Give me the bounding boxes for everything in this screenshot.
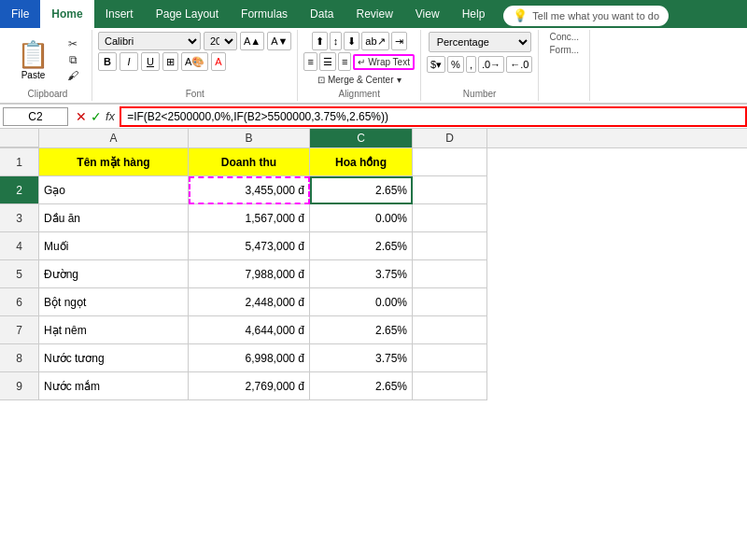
align-center-button[interactable]: ☰	[319, 52, 336, 71]
tab-data[interactable]: Data	[299, 0, 345, 28]
tab-formulas[interactable]: Formulas	[230, 0, 299, 28]
tab-home[interactable]: Home	[40, 0, 93, 28]
comma-button[interactable]: ,	[466, 56, 476, 73]
currency-button[interactable]: $▾	[427, 56, 445, 73]
cell-a3[interactable]: Dầu ăn	[39, 204, 189, 232]
cell-c1[interactable]: Hoa hồng	[310, 148, 413, 176]
cell-a4[interactable]: Muối	[39, 232, 189, 260]
cell-a8[interactable]: Nước tương	[39, 344, 189, 372]
cell-b5[interactable]: 7,988,000 đ	[189, 260, 310, 288]
column-headers: A B C D	[0, 129, 747, 148]
tab-view[interactable]: View	[404, 0, 451, 28]
align-right-button[interactable]: ≡	[338, 52, 351, 71]
cell-d3[interactable]	[413, 204, 487, 232]
col-header-c[interactable]: C	[310, 129, 413, 147]
wrap-text-button[interactable]: ↵ Wrap Text	[353, 54, 415, 70]
cell-b2[interactable]: 3,455,000 đ	[189, 176, 310, 204]
insert-function-icon[interactable]: fx	[106, 109, 115, 123]
cell-d2[interactable]	[413, 176, 487, 204]
align-left-button[interactable]: ≡	[303, 52, 317, 71]
underline-button[interactable]: U	[141, 52, 160, 71]
cell-a9[interactable]: Nước mắm	[39, 372, 189, 400]
cell-d6[interactable]	[413, 288, 487, 316]
tab-review[interactable]: Review	[345, 0, 403, 28]
font-name-select[interactable]: Calibri	[98, 32, 201, 50]
align-top-button[interactable]: ⬆	[312, 32, 328, 50]
align-bottom-button[interactable]: ⬇	[344, 32, 359, 50]
table-row: 2 Gạo 3,455,000 đ 2.65%	[0, 176, 747, 204]
number-format-select[interactable]: Percentage	[429, 32, 531, 52]
table-row: 5 Đường 7,988,000 đ 3.75%	[0, 260, 747, 288]
cell-d1[interactable]	[413, 148, 487, 176]
cell-d9[interactable]	[413, 372, 487, 400]
cell-c4[interactable]: 2.65%	[310, 232, 413, 260]
paste-button[interactable]: 📋 Paste	[9, 37, 57, 82]
confirm-formula-icon[interactable]: ✓	[91, 109, 102, 124]
tab-help[interactable]: Help	[451, 0, 497, 28]
format-label: Form...	[549, 45, 579, 55]
formula-input[interactable]: =IF(B2<2500000,0%,IF(B2>5500000,3.75%,2.…	[120, 106, 747, 127]
font-color-button[interactable]: A	[211, 52, 225, 71]
italic-button[interactable]: I	[120, 52, 138, 71]
col-header-d[interactable]: D	[413, 129, 487, 147]
merge-dropdown-icon: ▾	[397, 75, 402, 85]
cell-c2[interactable]: 2.65%	[310, 176, 413, 204]
font-size-select[interactable]: 20	[204, 32, 237, 50]
format-painter-button[interactable]: 🖌	[60, 68, 86, 83]
cell-a5[interactable]: Đường	[39, 260, 189, 288]
paste-label: Paste	[21, 70, 46, 80]
cell-b7[interactable]: 4,644,000 đ	[189, 316, 310, 344]
row-num-9: 9	[0, 372, 39, 400]
cell-c3[interactable]: 0.00%	[310, 204, 413, 232]
decrease-decimal-button[interactable]: ←.0	[506, 56, 532, 73]
alignment-group-label: Alignment	[338, 87, 379, 99]
table-row: 4 Muối 5,473,000 đ 2.65%	[0, 232, 747, 260]
tab-page-layout[interactable]: Page Layout	[145, 0, 230, 28]
number-group-label: Number	[463, 87, 497, 99]
cell-b6[interactable]: 2,448,000 đ	[189, 288, 310, 316]
cell-reference-box[interactable]: C2	[3, 107, 68, 126]
cell-c8[interactable]: 3.75%	[310, 344, 413, 372]
merge-center-button[interactable]: ⊡ Merge & Center ▾	[314, 73, 405, 87]
cell-c7[interactable]: 2.65%	[310, 316, 413, 344]
cell-a6[interactable]: Bột ngọt	[39, 288, 189, 316]
increase-decimal-button[interactable]: .0→	[478, 56, 504, 73]
cell-d4[interactable]	[413, 232, 487, 260]
cell-a1[interactable]: Tên mặt hàng	[39, 148, 189, 176]
col-header-a[interactable]: A	[39, 129, 189, 147]
col-header-b[interactable]: B	[189, 129, 310, 147]
cell-a7[interactable]: Hạt nêm	[39, 316, 189, 344]
increase-font-button[interactable]: A▲	[240, 32, 264, 50]
tab-insert[interactable]: Insert	[94, 0, 145, 28]
cell-c9[interactable]: 2.65%	[310, 372, 413, 400]
cell-c6[interactable]: 0.00%	[310, 288, 413, 316]
cut-button[interactable]: ✂	[60, 36, 86, 51]
fill-color-button[interactable]: A🎨	[181, 52, 208, 71]
decrease-font-button[interactable]: A▼	[267, 32, 291, 50]
cell-b8[interactable]: 6,998,000 đ	[189, 344, 310, 372]
tell-me-box[interactable]: 💡 Tell me what you want to do	[503, 3, 669, 28]
row-num-1: 1	[0, 148, 39, 176]
cell-d8[interactable]	[413, 344, 487, 372]
cell-a2[interactable]: Gạo	[39, 176, 189, 204]
clipboard-group: 📋 Paste ✂ ⧉ 🖌 Clipboard	[4, 30, 92, 101]
cell-d7[interactable]	[413, 316, 487, 344]
percent-button[interactable]: %	[447, 56, 464, 73]
wrap-text-icon: ↵	[358, 57, 365, 67]
bold-button[interactable]: B	[98, 52, 117, 71]
cell-b3[interactable]: 1,567,000 đ	[189, 204, 310, 232]
cell-b1[interactable]: Doanh thu	[189, 148, 310, 176]
tab-file[interactable]: File	[0, 0, 40, 28]
concat-label: Conc...	[549, 32, 579, 42]
cell-b4[interactable]: 5,473,000 đ	[189, 232, 310, 260]
border-button[interactable]: ⊞	[162, 52, 178, 71]
orientation-button[interactable]: ab↗	[361, 32, 388, 50]
row-num-7: 7	[0, 316, 39, 344]
cancel-formula-icon[interactable]: ✕	[76, 109, 87, 124]
cell-d5[interactable]	[413, 260, 487, 288]
cell-c5[interactable]: 3.75%	[310, 260, 413, 288]
copy-button[interactable]: ⧉	[60, 52, 86, 67]
align-middle-button[interactable]: ↕	[330, 32, 343, 50]
indent-increase-button[interactable]: ⇥	[391, 32, 407, 50]
cell-b9[interactable]: 2,769,000 đ	[189, 372, 310, 400]
